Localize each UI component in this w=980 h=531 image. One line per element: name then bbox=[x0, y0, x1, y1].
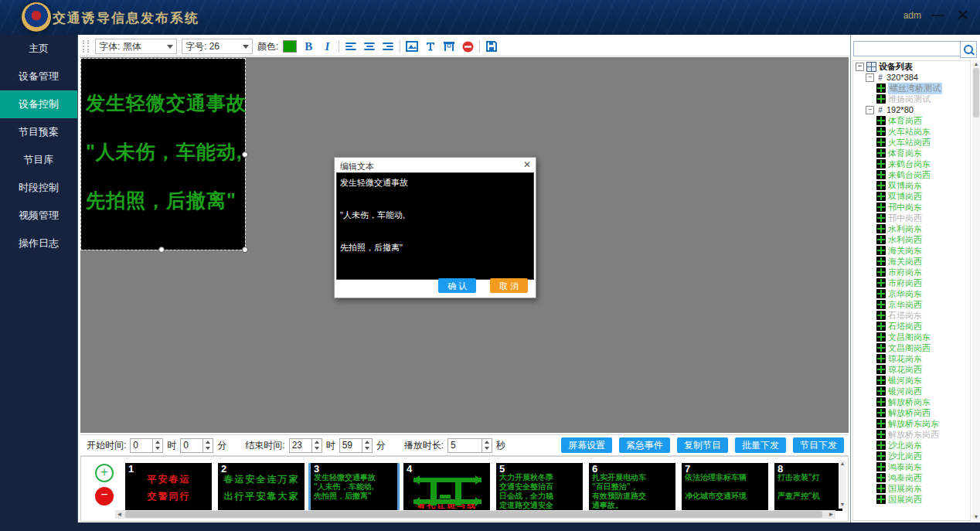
gantry-sign-icon[interactable] bbox=[442, 39, 456, 53]
device-item[interactable]: 琼花岗西 bbox=[853, 364, 970, 375]
program-thumbnail-5[interactable]: 5大力开展秋冬季交通安全整治百日会战，全力稳定道路交通安全形势！ bbox=[496, 463, 583, 511]
device-item[interactable]: 石塔岗东 bbox=[853, 310, 970, 321]
color-swatch[interactable] bbox=[283, 40, 297, 53]
scroll-up-icon[interactable]: ▲ bbox=[972, 60, 980, 68]
align-left-icon[interactable] bbox=[344, 39, 358, 53]
device-item[interactable]: 解放桥岗东 bbox=[853, 397, 970, 407]
device-item[interactable]: 沙北岗东 bbox=[853, 440, 970, 451]
scroll-down-icon[interactable]: ▼ bbox=[972, 513, 980, 521]
save-icon[interactable] bbox=[485, 39, 499, 53]
tree-group-192*80[interactable]: −#192*80 bbox=[853, 104, 970, 115]
device-item[interactable]: 京华岗西 bbox=[853, 299, 970, 310]
spinner-arrows-icon[interactable] bbox=[362, 439, 372, 452]
align-right-icon[interactable] bbox=[381, 39, 395, 53]
device-item[interactable]: 双博岗西 bbox=[853, 191, 970, 202]
sidebar-item-节目库[interactable]: 节目库 bbox=[0, 146, 77, 174]
device-item[interactable]: 海关岗西 bbox=[853, 256, 970, 267]
start-hour-stepper[interactable]: 0 bbox=[130, 438, 163, 453]
dialog-textarea[interactable]: 发生轻微交通事故 "人未伤，车能动, 先拍照，后撤离" bbox=[336, 172, 534, 280]
device-item[interactable]: 邗中岗西 bbox=[853, 213, 970, 223]
device-item[interactable]: 体育岗东 bbox=[853, 148, 970, 158]
action-button-节目下发[interactable]: 节目下发 bbox=[793, 437, 844, 453]
device-item[interactable]: 市府岗东 bbox=[853, 267, 970, 277]
device-item[interactable]: 解放桥东岗东 bbox=[853, 418, 970, 429]
sidebar-item-节目预案[interactable]: 节目预案 bbox=[0, 118, 77, 146]
led-screen-preview[interactable]: 发生轻微交通事故 "人未伤，车能动, 先拍照，后撤离" bbox=[81, 59, 245, 250]
duration-stepper[interactable]: 5 bbox=[447, 438, 492, 453]
program-thumbnail-2[interactable]: 2春运安全连万家出行平安靠大家 bbox=[218, 463, 305, 511]
device-item[interactable]: 石塔岗西 bbox=[853, 321, 970, 332]
font-family-select[interactable]: 字体: 黑体 bbox=[95, 39, 177, 54]
tree-group-320*384[interactable]: −#320*384 bbox=[853, 72, 970, 83]
vertical-scrollbar[interactable]: ▲ ▼ bbox=[839, 460, 846, 509]
device-item[interactable]: 鸿泰岗西 bbox=[853, 472, 970, 483]
device-item[interactable]: 文昌阁岗东 bbox=[853, 332, 970, 342]
scroll-up-icon[interactable]: ▲ bbox=[839, 460, 846, 468]
italic-button[interactable]: I bbox=[320, 39, 334, 53]
bold-button[interactable]: B bbox=[301, 39, 315, 53]
device-item[interactable]: 双博岗东 bbox=[853, 180, 970, 191]
scrollbar-thumb[interactable] bbox=[973, 68, 979, 117]
collapse-icon[interactable]: − bbox=[856, 63, 864, 71]
device-item[interactable]: 鸿泰岗东 bbox=[853, 461, 970, 472]
close-icon[interactable]: ✕ bbox=[954, 6, 972, 25]
dialog-close-icon[interactable]: ✕ bbox=[523, 159, 531, 170]
collapse-icon[interactable]: − bbox=[866, 73, 874, 82]
program-thumbnail-7[interactable]: 7依法治理非标车辆 净化城市交通环境 bbox=[682, 463, 768, 511]
spinner-arrows-icon[interactable] bbox=[311, 439, 322, 452]
tree-root[interactable]: −设备列表 bbox=[853, 61, 970, 72]
resize-handle-corner[interactable] bbox=[242, 247, 248, 253]
device-item[interactable]: 维扬岗测试 bbox=[853, 94, 970, 104]
device-item[interactable]: 解放桥岗西 bbox=[853, 407, 970, 418]
device-item[interactable]: 京华岗东 bbox=[853, 288, 970, 299]
device-item[interactable]: 火车站岗西 bbox=[853, 137, 970, 148]
end-minute-stepper[interactable]: 59 bbox=[339, 438, 373, 453]
device-item[interactable]: 螺丝湾桥测试 bbox=[853, 83, 970, 94]
cancel-button[interactable]: 取 消 bbox=[490, 278, 528, 293]
program-thumbnail-4[interactable]: 4请礼让斑马线 bbox=[403, 463, 490, 511]
search-button[interactable] bbox=[960, 41, 977, 58]
device-item[interactable]: 来鹤台岗东 bbox=[853, 158, 970, 169]
scrollbar-thumb[interactable] bbox=[125, 511, 822, 518]
spinner-arrows-icon[interactable] bbox=[202, 439, 213, 452]
device-item[interactable]: 体育岗西 bbox=[853, 115, 970, 126]
remove-program-button[interactable]: − bbox=[95, 487, 114, 505]
start-minute-stepper[interactable]: 0 bbox=[180, 438, 213, 453]
sidebar-item-操作日志[interactable]: 操作日志 bbox=[0, 230, 77, 257]
sidebar-item-主页[interactable]: 主页 bbox=[0, 35, 77, 63]
device-item[interactable]: 解放桥东岗西 bbox=[853, 429, 970, 440]
sidebar-item-时段控制[interactable]: 时段控制 bbox=[0, 174, 77, 202]
minimize-icon[interactable]: — bbox=[929, 6, 948, 25]
device-item[interactable]: 银河岗西 bbox=[853, 386, 970, 397]
device-item[interactable]: 文昌阁岗西 bbox=[853, 342, 970, 353]
confirm-button[interactable]: 确 认 bbox=[438, 278, 476, 293]
device-item[interactable]: 来鹤台岗西 bbox=[853, 169, 970, 180]
insert-text-icon[interactable] bbox=[424, 39, 437, 53]
action-button-批量下发[interactable]: 批量下发 bbox=[735, 437, 786, 453]
collapse-icon[interactable]: − bbox=[866, 106, 874, 114]
font-size-select[interactable]: 字号: 26 bbox=[182, 39, 253, 54]
spinner-arrows-icon[interactable] bbox=[152, 439, 162, 452]
program-thumbnail-6[interactable]: 6扎实开展电动车"百日整治"，有效预防道路交通事故。 bbox=[589, 463, 675, 511]
scroll-down-icon[interactable]: ▼ bbox=[839, 501, 846, 509]
program-thumbnail-1[interactable]: 1平安春运交警同行 bbox=[125, 463, 212, 511]
device-search-input[interactable] bbox=[853, 41, 963, 56]
device-item[interactable]: 邗中岗东 bbox=[853, 202, 970, 213]
device-item[interactable]: 国展岗西 bbox=[853, 494, 970, 505]
horizontal-scrollbar[interactable]: ◄ ► bbox=[115, 510, 835, 519]
scroll-right-icon[interactable]: ► bbox=[827, 510, 835, 519]
add-program-button[interactable]: + bbox=[95, 464, 114, 482]
device-item[interactable]: 火车站岗东 bbox=[853, 126, 970, 137]
device-item[interactable]: 银河岗东 bbox=[853, 375, 970, 386]
resize-handle-right[interactable] bbox=[242, 151, 248, 158]
end-hour-stepper[interactable]: 23 bbox=[289, 438, 322, 453]
sidebar-item-视频管理[interactable]: 视频管理 bbox=[0, 202, 77, 230]
device-item[interactable]: 水利岗东 bbox=[853, 223, 970, 234]
sidebar-item-设备管理[interactable]: 设备管理 bbox=[0, 63, 77, 90]
device-item[interactable]: 市府岗西 bbox=[853, 277, 970, 288]
align-center-icon[interactable] bbox=[362, 39, 376, 53]
resize-handle-bottom[interactable] bbox=[158, 247, 165, 253]
action-button-屏幕设置[interactable]: 屏幕设置 bbox=[561, 437, 612, 453]
insert-image-icon[interactable] bbox=[405, 39, 419, 53]
program-thumbnail-8[interactable]: 8打击改装"灯 严查严控"机 bbox=[774, 463, 842, 511]
